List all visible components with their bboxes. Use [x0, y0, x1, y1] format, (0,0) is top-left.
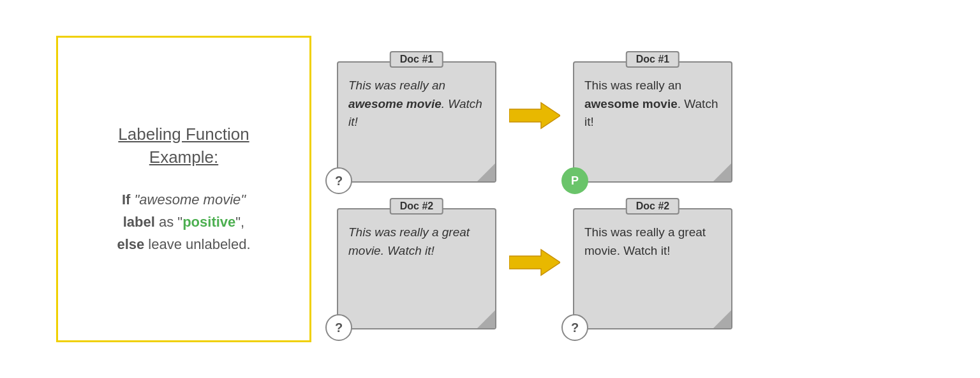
labeling-function-rule: If "awesome movie" label as "positive", … [117, 188, 250, 256]
doc1-after-card: Doc #1 This was really an awesome movie.… [573, 61, 732, 183]
doc1-after-text: This was really an awesome movie. Watch … [584, 77, 721, 132]
doc1-arrow [509, 100, 560, 132]
doc1-before-text: This was really an awesome movie. Watch … [348, 77, 485, 132]
doc2-before-text: This was really a great movie. Watch it! [348, 223, 485, 260]
doc1-after-label: Doc #1 [626, 51, 679, 68]
condition-text: "awesome movie" [135, 192, 246, 208]
else-keyword: else [117, 236, 144, 252]
if-keyword: If [122, 192, 130, 208]
doc2-after-text: This was really a great movie. Watch it! [584, 223, 721, 260]
doc2-after-badge: ? [561, 314, 588, 341]
doc1-before-badge: ? [325, 167, 352, 194]
right-side: Doc #1 This was really an awesome movie.… [337, 49, 924, 329]
doc2-before-badge: ? [325, 314, 352, 341]
doc2-after-label: Doc #2 [626, 198, 679, 215]
doc1-row: Doc #1 This was really an awesome movie.… [337, 49, 924, 183]
positive-keyword: positive [182, 214, 235, 230]
left-content: Labeling FunctionExample: If "awesome mo… [117, 123, 250, 255]
svg-marker-1 [509, 250, 560, 275]
main-container: Labeling FunctionExample: If "awesome mo… [43, 23, 937, 355]
doc2-row: Doc #2 This was really a great movie. Wa… [337, 195, 924, 329]
doc1-before-label: Doc #1 [390, 51, 443, 68]
doc1-before-card: Doc #1 This was really an awesome movie.… [337, 61, 496, 183]
doc2-before-card: Doc #2 This was really a great movie. Wa… [337, 208, 496, 329]
doc2-before-label: Doc #2 [390, 198, 443, 215]
doc2-arrow [509, 246, 560, 278]
label-keyword: label [123, 214, 155, 230]
labeling-function-box: Labeling FunctionExample: If "awesome mo… [56, 36, 311, 342]
doc2-after-card: Doc #2 This was really a great movie. Wa… [573, 208, 732, 329]
doc1-after-badge: P [561, 167, 588, 194]
labeling-function-title: Labeling FunctionExample: [117, 123, 250, 169]
svg-marker-0 [509, 103, 560, 128]
